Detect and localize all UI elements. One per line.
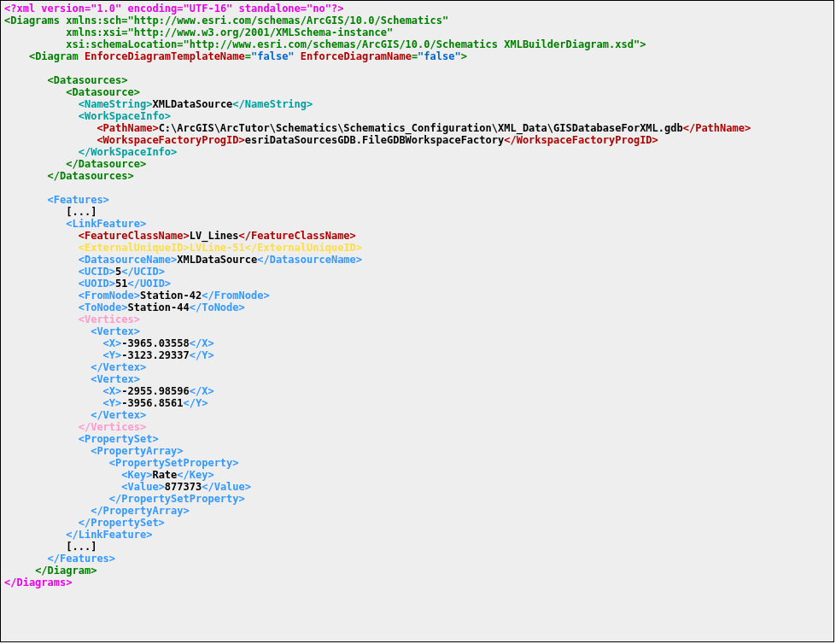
- y2-open: <Y>: [103, 397, 122, 409]
- psp-close: </PropertySetProperty>: [109, 493, 245, 505]
- propertyset-close: </PropertySet>: [79, 517, 165, 529]
- fromnode-open: <FromNode>: [79, 290, 140, 302]
- ellipsis-1: [...]: [66, 206, 96, 218]
- features-close: </Features>: [48, 553, 115, 565]
- dsn-open: <DatasourceName>: [79, 254, 178, 266]
- features-open: <Features>: [48, 194, 109, 206]
- ns-xsi: xmlns:xsi="http://www.w3.org/2001/XMLSch…: [4, 26, 393, 38]
- xml-declaration: <?xml version="1.0" encoding="UTF-16" st…: [4, 3, 343, 15]
- attr-enforce-template: EnforceDiagramTemplateName: [79, 50, 245, 62]
- val-false2: "false": [418, 50, 461, 62]
- ucid-close: </UCID>: [121, 266, 165, 278]
- wfpi-val: esriDataSourcesGDB.FileGDBWorkspaceFacto…: [245, 134, 504, 146]
- attr-enforce-name: EnforceDiagramName: [295, 50, 412, 62]
- ucid-open: <UCID>: [79, 266, 115, 278]
- x2-close: </X>: [190, 385, 214, 397]
- uoid-open: <UOID>: [79, 278, 115, 290]
- wfpi-open: <WorkspaceFactoryProgID>: [96, 134, 244, 146]
- datasources-open: <Datasources>: [48, 74, 128, 86]
- namestring-val: XMLDataSource: [152, 98, 232, 110]
- x1-val: -3965.03558: [121, 337, 189, 349]
- key-open: <Key>: [121, 469, 152, 481]
- uoid-close: </UOID>: [128, 278, 172, 290]
- psp-open: <PropertySetProperty>: [109, 457, 239, 469]
- diagram-open: <Diagram: [29, 50, 79, 62]
- dsn-close: </DatasourceName>: [257, 254, 362, 266]
- vertices-open: <Vertices>: [79, 313, 140, 325]
- fromnode-val: Station-42: [140, 290, 202, 302]
- datasource-close: </Datasource>: [66, 158, 146, 170]
- linkfeature-open: <LinkFeature>: [66, 218, 146, 230]
- vertices-close: </Vertices>: [79, 421, 146, 433]
- vertex1-close: </Vertex>: [91, 361, 146, 373]
- x2-open: <X>: [103, 385, 122, 397]
- x1-close: </X>: [190, 337, 214, 349]
- tonode-val: Station-44: [128, 302, 190, 313]
- pathname-val: C:\ArcGIS\ArcTutor\Schematics\Schematics…: [159, 122, 683, 134]
- tonode-open: <ToNode>: [79, 302, 128, 313]
- vertex1-open: <Vertex>: [91, 325, 140, 337]
- value-close: </Value>: [202, 481, 251, 493]
- fcn-val: LV_Lines: [190, 230, 239, 242]
- value-open: <Value>: [121, 481, 165, 493]
- y2-close: </Y>: [184, 397, 208, 409]
- x1-open: <X>: [103, 337, 122, 349]
- datasource-open: <Datasource>: [66, 86, 140, 98]
- y1-open: <Y>: [103, 349, 122, 361]
- diagrams-close: </Diagrams>: [4, 577, 72, 588]
- wfpi-close: </WorkspaceFactoryProgID>: [504, 134, 658, 146]
- dsn-val: XMLDataSource: [177, 254, 257, 266]
- propertyarray-open: <PropertyArray>: [91, 445, 183, 457]
- ns-schema: xsi:schemaLocation="http://www.esri.com/…: [4, 38, 646, 50]
- datasources-close: </Datasources>: [48, 170, 134, 182]
- fcn-close: </FeatureClassName>: [239, 230, 356, 242]
- tonode-close: </ToNode>: [190, 302, 245, 313]
- diagram-close: </Diagram>: [35, 565, 96, 577]
- key-close: </Key>: [177, 469, 213, 481]
- pathname-open: <PathName>: [96, 122, 158, 134]
- vertex2-open: <Vertex>: [91, 373, 140, 385]
- external-unique-id: <ExternalUniqueID>LVLine-51</ExternalUni…: [79, 242, 362, 254]
- val-false1: "false": [251, 50, 295, 62]
- propertyarray-close: </PropertyArray>: [91, 505, 190, 517]
- diagrams-open: <Diagrams xmlns:sch="http://www.esri.com…: [4, 15, 448, 26]
- namestring-open: <NameString>: [79, 98, 153, 110]
- uoid-val: 51: [115, 278, 127, 290]
- fcn-open: <FeatureClassName>: [79, 230, 190, 242]
- pathname-close: </PathName>: [683, 122, 751, 134]
- workspaceinfo-close: </WorkSpaceInfo>: [79, 146, 178, 158]
- x2-val: -2955.98596: [121, 385, 189, 397]
- workspaceinfo-open: <WorkSpaceInfo>: [79, 110, 171, 122]
- key-val: Rate: [152, 469, 177, 481]
- namestring-close: </NameString>: [232, 98, 313, 110]
- linkfeature-close: </LinkFeature>: [66, 529, 152, 541]
- y2-val: -3956.8561: [121, 397, 183, 409]
- value-val: 877373: [165, 481, 202, 493]
- ellipsis-2: [...]: [66, 541, 96, 553]
- y1-val: -3123.29337: [121, 349, 189, 361]
- xml-code-block: <?xml version="1.0" encoding="UTF-16" st…: [0, 0, 834, 642]
- fromnode-close: </FromNode>: [202, 290, 269, 302]
- propertyset-open: <PropertySet>: [79, 433, 159, 445]
- vertex2-close: </Vertex>: [91, 409, 146, 421]
- y1-close: </Y>: [190, 349, 214, 361]
- xml-content: <?xml version="1.0" encoding="UTF-16" st…: [1, 1, 833, 590]
